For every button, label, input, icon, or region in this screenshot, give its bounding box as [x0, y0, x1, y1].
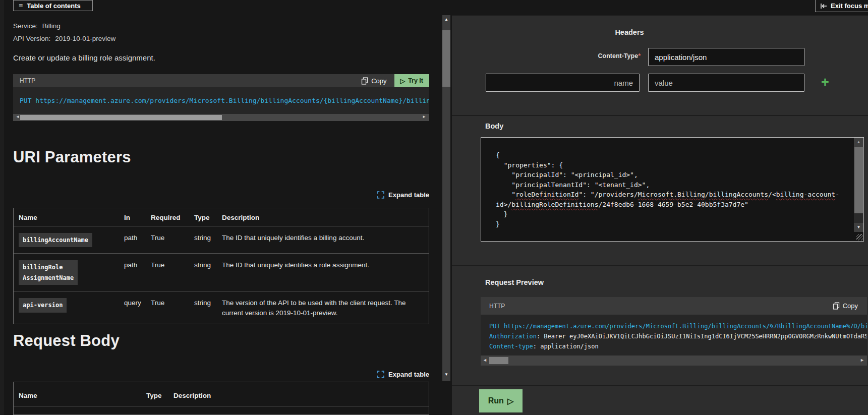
body-section-title: Body: [485, 122, 503, 130]
code-language-label: HTTP: [13, 77, 361, 84]
scroll-right-icon[interactable]: ►: [422, 114, 426, 119]
expand-table-label: Expand table: [388, 191, 429, 199]
copy-icon: [361, 77, 368, 85]
column-header: Description: [217, 208, 429, 226]
api-docs-try-it-page: ≡ Table of contents Service:Billing API …: [0, 0, 868, 415]
api-version-meta: API Version:2019-10-01-preview: [13, 35, 115, 42]
service-value: Billing: [42, 22, 61, 30]
collapsed-toc-edge: [0, 0, 4, 415]
copy-button[interactable]: Copy: [833, 302, 858, 310]
code-block-header: HTTP Copy: [481, 297, 867, 315]
scrollbar-thumb[interactable]: [442, 30, 450, 87]
scroll-left-icon[interactable]: ◄: [483, 358, 487, 363]
param-required: True: [146, 291, 189, 324]
expand-icon: [377, 191, 384, 199]
toc-button-label: Table of contents: [27, 2, 81, 10]
table-of-contents-button[interactable]: ≡ Table of contents: [13, 0, 93, 11]
scrollbar-thumb[interactable]: [489, 357, 508, 364]
service-label: Service:: [13, 22, 38, 30]
table-header-row: Name In Required Type Description: [14, 208, 429, 226]
play-icon: ▷: [507, 396, 513, 406]
try-it-button[interactable]: ▷ Try It: [394, 74, 430, 87]
param-type: string: [189, 226, 217, 253]
table-row: billingRole AssignmentName path True str…: [14, 254, 429, 291]
column-header: Name: [14, 208, 119, 226]
scroll-up-icon[interactable]: ▲: [442, 17, 450, 22]
section-divider: [452, 115, 868, 116]
code-language-label: HTTP: [481, 303, 833, 310]
code-line: Content-type: application/json: [489, 341, 867, 351]
param-description: The ID that uniquely identifies a role a…: [217, 254, 429, 291]
content-type-input[interactable]: [648, 48, 804, 66]
request-preview-code: PUT https://management.azure.com/provide…: [481, 315, 867, 355]
param-name-badge: api-version: [19, 298, 67, 312]
param-type: string: [189, 254, 217, 291]
copy-button-label: Copy: [843, 302, 858, 310]
exit-focus-mode-button[interactable]: Exit focus mode: [815, 0, 868, 12]
request-preview-code-block: HTTP Copy PUT https://management.azure.c…: [481, 297, 867, 366]
param-required: True: [146, 226, 189, 253]
header-value-input[interactable]: [648, 74, 804, 92]
exit-focus-label: Exit focus mode: [831, 2, 868, 10]
http-request-code-block: HTTP Copy ▷ Try It PUT https://managemen…: [13, 74, 429, 121]
table-row: api-version query True string The versio…: [14, 291, 429, 324]
request-body-editor[interactable]: { "properties": { "principalId": "<princ…: [481, 137, 864, 242]
run-button[interactable]: Run ▷: [479, 389, 523, 412]
body-json-text[interactable]: { "properties": { "principalId": "<princ…: [481, 138, 854, 241]
editor-vertical-scrollbar[interactable]: ▲ ▼: [854, 138, 863, 232]
uri-parameters-heading: URI Parameters: [13, 148, 131, 166]
preview-horizontal-scrollbar[interactable]: ◄ ►: [481, 355, 867, 366]
scroll-right-icon[interactable]: ►: [860, 358, 864, 363]
operation-summary: Create or update a billing role assignme…: [13, 53, 155, 62]
scrollbar-thumb[interactable]: [854, 147, 863, 213]
header-name-input[interactable]: [486, 74, 640, 92]
scrollbar-thumb[interactable]: [20, 115, 222, 120]
column-header: Type: [189, 208, 217, 226]
resize-grip[interactable]: [856, 234, 863, 241]
exit-focus-icon: [820, 3, 827, 9]
param-name-badge: billingRole AssignmentName: [19, 260, 78, 285]
hamburger-icon: ≡: [19, 2, 23, 9]
param-name-badge: billingAccountName: [19, 233, 92, 247]
headers-section-title: Headers: [599, 28, 660, 36]
section-divider: [452, 385, 868, 386]
table-header-row: Name Type Description: [14, 382, 429, 406]
param-in: path: [119, 254, 146, 291]
copy-button-label: Copy: [371, 77, 386, 85]
expand-table-link[interactable]: Expand table: [13, 371, 429, 378]
copy-button[interactable]: Copy: [361, 77, 386, 85]
section-divider: [452, 265, 868, 266]
try-it-label: Try It: [408, 77, 423, 84]
param-in: path: [119, 226, 146, 253]
code-block-header: HTTP Copy ▷ Try It: [13, 74, 429, 87]
request-body-table: Name Type Description: [13, 382, 429, 415]
page-vertical-scrollbar[interactable]: ▲ ▼: [442, 15, 450, 381]
copy-icon: [833, 302, 840, 310]
code-horizontal-scrollbar[interactable]: ◄ ►: [13, 114, 429, 121]
param-description: The version of the API to be used with t…: [217, 291, 429, 324]
param-in: query: [119, 291, 146, 324]
content-type-label: Content-Type*: [538, 52, 641, 60]
expand-table-link[interactable]: Expand table: [13, 191, 429, 199]
required-marker: *: [638, 52, 641, 60]
add-header-button[interactable]: +: [817, 74, 833, 90]
expand-icon: [377, 371, 384, 378]
scroll-down-icon[interactable]: ▼: [854, 223, 863, 232]
try-it-console: Headers Content-Type* + Body { "properti…: [452, 15, 868, 415]
uri-parameters-table: Name In Required Type Description billin…: [13, 208, 429, 324]
service-meta: Service:Billing: [13, 22, 61, 30]
code-line: Authorization: Bearer eyJ0eXAiOiJKV1QiLC…: [489, 331, 867, 341]
param-required: True: [146, 254, 189, 291]
play-icon: ▷: [400, 77, 406, 85]
scroll-down-icon[interactable]: ▼: [442, 372, 450, 377]
column-header: In: [119, 208, 146, 226]
column-header: Name: [14, 382, 141, 406]
run-button-label: Run: [488, 396, 504, 405]
scroll-up-icon[interactable]: ▲: [854, 138, 863, 147]
api-version-value: 2019-10-01-preview: [55, 35, 115, 42]
table-row: billingAccountName path True string The …: [14, 226, 429, 254]
column-header: Required: [146, 208, 189, 226]
http-request-code: PUT https://management.azure.com/provide…: [13, 87, 429, 114]
scroll-left-icon[interactable]: ◄: [16, 114, 20, 119]
column-header: Type: [141, 382, 168, 406]
